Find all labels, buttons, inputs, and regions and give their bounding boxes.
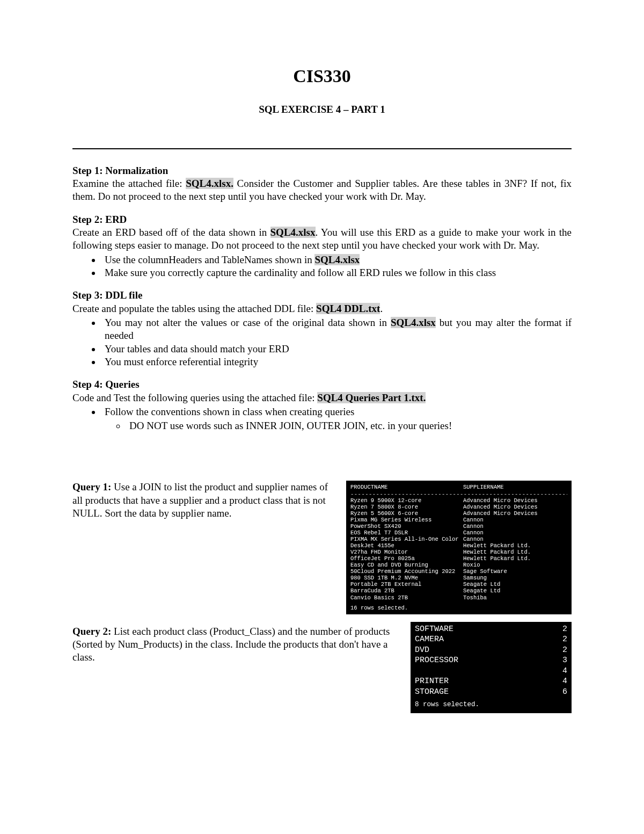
table-row: Ryzen 5 5600X 6-coreAdvanced Micro Devic… (350, 510, 567, 517)
cell-product: BarraCuda 2TB (350, 588, 463, 594)
step1-prefix: Examine the attached file: (72, 178, 186, 189)
table-row: STORAGE6 (415, 687, 567, 698)
cell-product: Pixma MG Series Wireless (350, 517, 463, 523)
cell-product: PowerShot SX420 (350, 523, 463, 530)
table-row: 4 (415, 666, 567, 677)
cell-product: Ryzen 5 5600X 6-core (350, 510, 463, 517)
cell-supplier: Sage Software (463, 568, 567, 575)
cell-supplier: Toshiba (463, 594, 567, 601)
query2-output: SOFTWARE2CAMERA2DVD2PROCESSOR34PRINTER4S… (411, 622, 572, 714)
list-item: DO NOT use words such as INNER JOIN, OUT… (126, 419, 572, 432)
bullet-prefix: You must enforce referential integrity (105, 356, 258, 367)
cell-supplier: Cannon (463, 517, 567, 523)
file-ref: SQL4.xlsx. (186, 178, 233, 189)
cell-count: 4 (551, 676, 567, 687)
file-ref: SQL4.xlsx (270, 227, 316, 238)
cell-supplier: Cannon (463, 536, 567, 542)
query1-body: Use a JOIN to list the product and suppl… (72, 481, 328, 519)
table-row: Portable 2TB ExternalSeagate Ltd (350, 581, 567, 588)
cell-class: DVD (415, 645, 429, 656)
bullet-text: Follow the conventions shown in class wh… (105, 406, 354, 417)
table-row: PIXMA MX Series All-in-One ColorCannon (350, 536, 567, 542)
step4-prefix: Code and Test the following queries usin… (72, 392, 317, 403)
step4-subbullets: DO NOT use words such as INNER JOIN, OUT… (105, 419, 572, 432)
table-row: SOFTWARE2 (415, 624, 567, 635)
table-row: Ryzen 9 5900X 12-coreAdvanced Micro Devi… (350, 497, 567, 504)
cell-product: Ryzen 7 5800X 8-core (350, 504, 463, 510)
cell-supplier: Advanced Micro Devices (463, 497, 567, 504)
dash-row: ----------------------------------------… (350, 491, 567, 497)
step3-heading: Step 3: DDL file (72, 289, 572, 302)
table-row: 980 SSD 1TB M.2 NVMeSamsung (350, 575, 567, 581)
cell-supplier: Cannon (463, 523, 567, 530)
table-row: Pixma MG Series WirelessCannon (350, 517, 567, 523)
cell-product: OfficeJet Pro 8025a (350, 555, 463, 562)
cell-supplier: Hewlett Packard Ltd. (463, 555, 567, 562)
list-item: Use the columnHeaders and TableNames sho… (101, 253, 572, 266)
cell-class: CAMERA (415, 634, 444, 645)
query1-rowcount: 16 rows selected. (350, 605, 567, 611)
file-ref: SQL4 DDL.txt (316, 303, 380, 314)
table-row: Canvio Basics 2TBToshiba (350, 594, 567, 601)
cell-supplier: Seagate Ltd (463, 581, 567, 588)
cell-class: SOFTWARE (415, 624, 453, 635)
table-row: PROCESSOR3 (415, 655, 567, 666)
list-item: Follow the conventions shown in class wh… (101, 405, 572, 433)
cell-count: 2 (551, 624, 567, 635)
cell-supplier: Samsung (463, 575, 567, 581)
cell-product: 980 SSD 1TB M.2 NVMe (350, 575, 463, 581)
cell-product: EOS Rebel T7 DSLR (350, 530, 463, 536)
step3-prefix: Create and populate the tables using the… (72, 303, 316, 314)
cell-supplier: Seagate Ltd (463, 588, 567, 594)
step4-body: Code and Test the following queries usin… (72, 391, 572, 404)
cell-count: 3 (551, 655, 567, 666)
table-row: DVD2 (415, 645, 567, 656)
col-header-suppliername: SUPPLIERNAME (463, 484, 567, 490)
query1-output: PRODUCTNAME SUPPLIERNAME ---------------… (346, 481, 572, 614)
step2-bullets: Use the columnHeaders and TableNames sho… (72, 253, 572, 280)
cell-product: V27ha FHD Monitor (350, 549, 463, 555)
cell-product: DeskJet 4155e (350, 542, 463, 549)
cell-product: PIXMA MX Series All-in-One Color (350, 536, 463, 542)
cell-supplier: Hewlett Packard Ltd. (463, 549, 567, 555)
cell-count: 6 (551, 687, 567, 698)
cell-product: Canvio Basics 2TB (350, 594, 463, 601)
cell-supplier: Roxio (463, 562, 567, 568)
subbullet-text: DO NOT use words such as INNER JOIN, OUT… (129, 420, 452, 431)
step3-body: Create and populate the tables using the… (72, 302, 572, 315)
cell-product: Portable 2TB External (350, 581, 463, 588)
table-row: DeskJet 4155eHewlett Packard Ltd. (350, 542, 567, 549)
step4-bullets: Follow the conventions shown in class wh… (72, 405, 572, 433)
step2-prefix: Create an ERD based off of the data show… (72, 227, 270, 238)
list-item: You must enforce referential integrity (101, 356, 572, 368)
cell-class: PROCESSOR (415, 655, 458, 666)
list-item: You may not alter the values or case of … (101, 316, 572, 343)
divider (72, 148, 572, 149)
query2-body: List each product class (Product_Class) … (72, 626, 390, 663)
table-row: Ryzen 7 5800X 8-coreAdvanced Micro Devic… (350, 504, 567, 510)
step1-body: Examine the attached file: SQL4.xlsx. Co… (72, 177, 572, 204)
step1-heading: Step 1: Normalization (72, 164, 572, 177)
cell-count: 4 (551, 666, 567, 677)
list-item: Make sure you correctly capture the card… (101, 266, 572, 279)
query2-label: Query 2: (72, 626, 111, 637)
cell-class: STORAGE (415, 687, 449, 698)
cell-product: Easy CD and DVD Burning (350, 562, 463, 568)
query2-text: Query 2: List each product class (Produc… (72, 625, 398, 664)
table-row: EOS Rebel T7 DSLRCannon (350, 530, 567, 536)
step2-heading: Step 2: ERD (72, 213, 572, 226)
cell-product: 50Cloud Premium Accounting 2022 (350, 568, 463, 575)
query1-text: Query 1: Use a JOIN to list the product … (72, 481, 333, 520)
bullet-prefix: You may not alter the values or case of … (105, 317, 391, 328)
step2-body: Create an ERD based off of the data show… (72, 226, 572, 252)
list-item: Your tables and data should match your E… (101, 343, 572, 356)
table-row: Easy CD and DVD BurningRoxio (350, 562, 567, 568)
table-row: PRINTER4 (415, 676, 567, 687)
cell-supplier: Advanced Micro Devices (463, 504, 567, 510)
table-row: CAMERA2 (415, 634, 567, 645)
table-row: OfficeJet Pro 8025aHewlett Packard Ltd. (350, 555, 567, 562)
table-row: 50Cloud Premium Accounting 2022Sage Soft… (350, 568, 567, 575)
bullet-prefix: Use the columnHeaders and TableNames sho… (105, 254, 314, 265)
file-ref: SQL4 Queries Part 1.txt. (317, 392, 426, 403)
cell-product: Ryzen 9 5900X 12-core (350, 497, 463, 504)
